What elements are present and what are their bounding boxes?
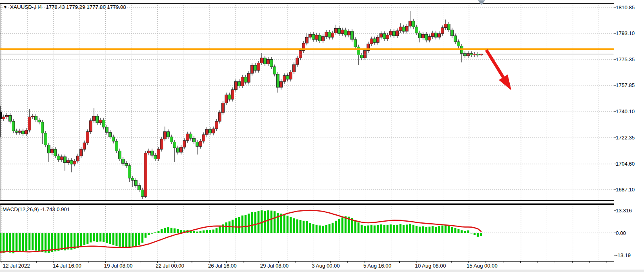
time-axis-label: 26 Jul 16:00 bbox=[208, 263, 237, 269]
macd-bar bbox=[448, 226, 450, 233]
candlestick-plot bbox=[0, 11, 483, 199]
candle-body bbox=[77, 156, 79, 161]
candle-body bbox=[448, 24, 450, 30]
macd-bar bbox=[274, 211, 276, 233]
macd-bar bbox=[435, 227, 437, 233]
candle-body bbox=[73, 161, 76, 164]
chart-shift-marker-icon[interactable] bbox=[478, 0, 485, 5]
macd-bar bbox=[209, 230, 211, 233]
candle-body bbox=[309, 34, 312, 37]
macd-bar bbox=[409, 224, 411, 233]
macd-bar bbox=[406, 224, 408, 233]
candle-body bbox=[15, 131, 18, 133]
candle-body bbox=[464, 54, 467, 56]
macd-bar bbox=[16, 233, 18, 252]
candle-body bbox=[412, 21, 415, 27]
candle-body bbox=[180, 147, 183, 152]
macd-bar bbox=[164, 228, 166, 233]
macd-bar bbox=[387, 225, 389, 233]
macd-bar bbox=[354, 220, 356, 233]
candle-body bbox=[348, 31, 350, 35]
candle-body bbox=[135, 181, 138, 186]
macd-bar bbox=[358, 222, 360, 233]
macd-bar bbox=[377, 225, 379, 233]
macd-bar bbox=[106, 233, 108, 243]
candle-body bbox=[328, 32, 331, 37]
macd-bar bbox=[283, 214, 286, 233]
macd-bar bbox=[29, 233, 31, 250]
macd-bar bbox=[338, 219, 340, 233]
candle-body bbox=[380, 33, 383, 37]
trend-arrow[interactable] bbox=[486, 50, 511, 90]
candle-body bbox=[225, 95, 228, 103]
candle-body bbox=[238, 81, 241, 86]
candle-body bbox=[477, 54, 479, 55]
macd-bar bbox=[316, 225, 318, 233]
macd-bar bbox=[296, 219, 298, 233]
chart-canvas[interactable] bbox=[0, 0, 644, 272]
candle-body bbox=[25, 130, 28, 134]
candle-body bbox=[261, 58, 263, 63]
candle-body bbox=[257, 63, 260, 71]
macd-bar bbox=[96, 233, 98, 242]
macd-bar bbox=[200, 231, 202, 233]
macd-bar bbox=[171, 228, 173, 233]
candle-body bbox=[454, 36, 457, 42]
time-axis-label: 5 Aug 16:00 bbox=[363, 263, 391, 269]
macd-bar bbox=[51, 233, 53, 252]
candle-body bbox=[190, 134, 192, 138]
candle-body bbox=[428, 37, 431, 40]
macd-bar bbox=[42, 233, 44, 252]
macd-bar bbox=[90, 233, 92, 243]
candle-body bbox=[70, 160, 73, 164]
candle-body bbox=[444, 24, 447, 28]
candle-body bbox=[361, 55, 363, 58]
macd-bar bbox=[154, 233, 156, 233]
macd-bar bbox=[235, 218, 237, 233]
macd-bar bbox=[216, 228, 218, 233]
macd-bar bbox=[467, 230, 469, 233]
macd-bar bbox=[271, 211, 273, 233]
candle-body bbox=[248, 73, 250, 82]
macd-bar bbox=[87, 233, 89, 244]
macd-bar bbox=[100, 233, 102, 241]
macd-bar bbox=[419, 227, 421, 233]
candle-body bbox=[425, 34, 428, 40]
candle-body bbox=[344, 30, 347, 35]
candle-body bbox=[319, 35, 321, 41]
macd-bar bbox=[477, 233, 479, 237]
macd-bar bbox=[174, 228, 176, 233]
candle-body bbox=[419, 33, 421, 38]
macd-bar bbox=[35, 233, 37, 251]
window-bottom-strip bbox=[0, 270, 644, 272]
candle-body bbox=[335, 29, 338, 33]
candle-body bbox=[196, 142, 199, 146]
macd-bar bbox=[300, 220, 302, 233]
candle-body bbox=[112, 137, 115, 141]
candle-body bbox=[393, 31, 396, 36]
macd-axis-label: -13.19 bbox=[616, 252, 631, 258]
candle-body bbox=[193, 138, 196, 142]
macd-bar bbox=[319, 226, 321, 233]
macd-bar bbox=[396, 225, 398, 233]
candle-body bbox=[102, 120, 105, 127]
macd-bar bbox=[19, 233, 21, 251]
macd-bar bbox=[151, 233, 153, 234]
horizontal-line-1782[interactable] bbox=[0, 48, 614, 50]
candle-body bbox=[99, 120, 102, 123]
macd-bar bbox=[345, 216, 347, 233]
macd-bar bbox=[280, 214, 282, 233]
time-axis-label: 12 Jul 2022 bbox=[3, 263, 30, 269]
candle-body bbox=[19, 131, 21, 133]
candle-body bbox=[80, 149, 83, 156]
macd-bar bbox=[332, 223, 334, 233]
macd-bar bbox=[225, 222, 227, 233]
candle-body bbox=[141, 190, 144, 197]
macd-bar bbox=[45, 233, 47, 253]
macd-bar bbox=[313, 224, 315, 233]
macd-signal-line bbox=[0, 210, 481, 252]
symbol-dropdown-icon[interactable]: ▼ bbox=[3, 5, 7, 9]
macd-bar bbox=[213, 230, 215, 233]
trading-chart-window: ▼XAUUSD-,H41778.43 1779.29 1777.80 1779.… bbox=[0, 0, 644, 272]
macd-bar bbox=[193, 231, 195, 233]
